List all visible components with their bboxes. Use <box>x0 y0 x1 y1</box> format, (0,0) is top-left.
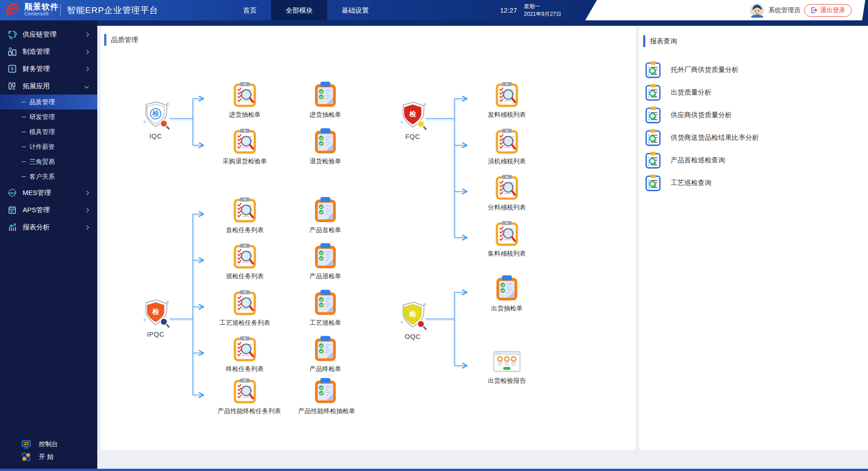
inspection-list-icon <box>233 243 257 269</box>
clock-weekday: 星期一 <box>524 3 562 10</box>
shield-ipqc[interactable]: 检 IPQC <box>141 299 170 338</box>
sidebar-item-piece-wage[interactable]: 计件薪资 <box>0 139 97 154</box>
report-link[interactable]: 工艺巡检查询 <box>645 171 711 194</box>
sidebar-item-supply-chain[interactable]: 供应链管理 <box>0 26 97 43</box>
shield-oqc[interactable]: 检 OQC <box>398 301 427 340</box>
shield-iqc[interactable]: 检 IQC <box>141 101 170 140</box>
diagram-node[interactable]: 产品首检单 <box>298 197 353 234</box>
diagram-node[interactable]: 首检任务列表 <box>218 197 272 234</box>
sidebar-item-label: MES管理 <box>23 189 51 197</box>
sidebar-item-label: 拓展应用 <box>23 82 50 90</box>
sidebar-footer: 控制台 开 始 <box>0 438 97 463</box>
sidebar-item-mes[interactable]: MES MES管理 <box>0 184 97 201</box>
nav-tab-home[interactable]: 首页 <box>229 0 271 20</box>
diagram-node[interactable]: 进货抽检单 <box>298 81 353 119</box>
diagram-node[interactable]: 采购退货检验单 <box>218 128 272 166</box>
diagram-node[interactable]: 清机稽核列表 <box>480 128 534 166</box>
inspection-list-icon <box>233 197 257 223</box>
panel-title: 报表查询 <box>643 35 677 47</box>
diagram-node[interactable]: 产品性能终检任务列表 <box>218 378 272 415</box>
sidebar-item-quality-management[interactable]: 品质管理 <box>0 95 97 109</box>
report-link[interactable]: 供货商送货品检结果比率分析 <box>645 126 759 149</box>
nav-tab-all-modules[interactable]: 全部模块 <box>271 0 327 20</box>
diagram-node[interactable]: 出货检验报告 <box>480 349 534 385</box>
diagram-node[interactable]: 出货抽检单 <box>480 275 534 313</box>
sidebar-item-manufacturing[interactable]: 制造管理 <box>0 43 97 60</box>
clock-date: 2021年9月27日 <box>524 10 562 18</box>
brand-name: 顺景软件 <box>24 3 59 11</box>
diagram-node[interactable]: 发料稽核列表 <box>480 81 534 119</box>
chevron-right-icon <box>85 32 89 37</box>
console-icon <box>21 439 32 450</box>
sidebar-item-report-analysis[interactable]: 报表分析 <box>0 219 97 236</box>
extensions-icon <box>7 81 17 91</box>
report-query-icon <box>645 61 661 78</box>
nav-tab-basic-settings[interactable]: 基础设置 <box>327 0 383 20</box>
inspection-form-icon <box>314 81 337 108</box>
inspection-list-icon <box>233 378 257 404</box>
sidebar-item-finance[interactable]: ¥ 财务管理 <box>0 60 97 77</box>
sidebar-item-console[interactable]: 控制台 <box>0 438 97 451</box>
clock-time: 12:27 <box>500 6 517 14</box>
logout-icon <box>811 7 817 14</box>
diagram-node[interactable]: 工艺巡检单 <box>298 290 353 327</box>
diagram-node[interactable]: 终检任务列表 <box>218 336 272 373</box>
avatar[interactable] <box>750 3 764 18</box>
diagram-node[interactable]: 产品性能终检抽检单 <box>298 378 353 415</box>
finance-icon: ¥ <box>7 64 17 74</box>
report-link[interactable]: 出货质量分析 <box>645 81 711 104</box>
sidebar: 供应链管理 制造管理 ¥ 财务管理 拓展应用 品质管理 研发管理 模具管理 计件 <box>0 20 97 469</box>
report-window-icon <box>493 349 521 374</box>
report-query-icon <box>645 106 661 124</box>
sidebar-item-label: 制造管理 <box>23 48 50 56</box>
dash-bullet-icon <box>22 176 26 177</box>
diagram-node[interactable]: 巡检任务列表 <box>218 243 272 281</box>
diagram-node[interactable]: 进货抽检单 <box>218 81 272 119</box>
diagram-node[interactable]: 工艺巡检任务列表 <box>218 290 272 327</box>
sidebar-item-label: 客户关系 <box>29 173 55 181</box>
inspection-list-icon <box>233 128 257 154</box>
inspection-form-icon <box>314 290 337 316</box>
diagram-connectors <box>100 26 636 450</box>
sidebar-item-start[interactable]: 开 始 <box>0 451 97 463</box>
diagram-node[interactable]: 分料稽核列表 <box>480 174 534 212</box>
sidebar-item-mold-management[interactable]: 模具管理 <box>0 124 97 139</box>
report-link[interactable]: 供应商供货质量分析 <box>645 104 732 126</box>
content-area: 品质管理 <box>97 20 868 469</box>
title-divider <box>60 4 61 16</box>
cluster-label: OQC <box>398 333 427 340</box>
report-link[interactable]: 产品首检巡检查询 <box>645 149 725 171</box>
inspection-form-icon <box>314 378 337 404</box>
sidebar-item-customer-relations[interactable]: 客户关系 <box>0 169 97 184</box>
topbar-user-area: 系统管理员 退出登录 <box>585 0 868 20</box>
cluster-label: FQC <box>398 133 427 140</box>
report-link[interactable]: 托外厂商供货质量分析 <box>645 58 739 81</box>
sidebar-item-extensions[interactable]: 拓展应用 <box>0 77 97 95</box>
diagram-node[interactable]: 产品巡检单 <box>298 243 353 281</box>
inspection-list-icon <box>233 81 257 108</box>
brand-subtitle: Centersoft <box>24 11 59 16</box>
sidebar-item-label: 计件薪资 <box>29 143 55 151</box>
diagram-node[interactable]: 退货检验单 <box>298 128 353 166</box>
supply-chain-icon <box>7 29 17 39</box>
brand: 顺景软件 Centersoft <box>5 1 59 18</box>
inspection-form-icon <box>314 243 337 269</box>
logo-mark <box>5 1 21 18</box>
panel-title: 品质管理 <box>104 34 138 46</box>
report-query-icon <box>645 84 661 101</box>
sidebar-item-aps[interactable]: APS管理 <box>0 201 97 219</box>
diagram-node[interactable]: 产品终检单 <box>298 336 353 373</box>
logout-button[interactable]: 退出登录 <box>804 4 852 17</box>
quality-management-panel: 品质管理 <box>100 26 636 450</box>
sidebar-item-rd-management[interactable]: 研发管理 <box>0 109 97 124</box>
diagram-node[interactable]: 集料稽核列表 <box>480 220 534 258</box>
title-accent-bar <box>104 34 106 46</box>
sidebar-item-label: 研发管理 <box>29 113 55 121</box>
sidebar-item-label: 品质管理 <box>29 98 55 106</box>
top-nav: 首页 全部模块 基础设置 <box>229 0 383 20</box>
shield-fqc[interactable]: 检 FQC <box>398 101 427 140</box>
dash-bullet-icon <box>22 102 26 103</box>
chevron-right-icon <box>85 190 89 195</box>
sidebar-item-triangle-trade[interactable]: 三角贸易 <box>0 154 97 169</box>
app-title: 智能ERP企业管理平台 <box>67 5 158 16</box>
